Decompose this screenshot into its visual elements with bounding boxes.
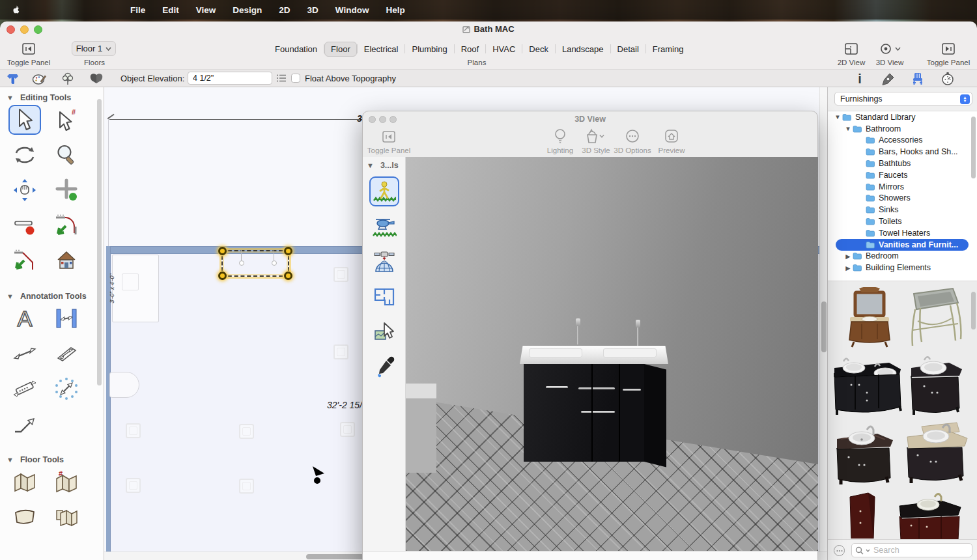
rotate-tool[interactable] — [8, 140, 41, 170]
house-wizard-tool[interactable] — [50, 245, 83, 275]
thumbnail-metal-washstand[interactable] — [905, 285, 967, 350]
menu-file[interactable]: File — [122, 5, 154, 15]
floor-selector[interactable]: Floor 1 — [72, 41, 116, 56]
tree-item-standard-library[interactable]: ▼Standard Library — [828, 111, 977, 123]
menu-design[interactable]: Design — [224, 5, 270, 15]
chamfer-lines-tool[interactable] — [8, 245, 41, 275]
selection-handle-sw[interactable] — [218, 272, 227, 280]
tree-item-accessories[interactable]: Accessories — [828, 135, 977, 147]
tab-floor[interactable]: Floor — [324, 42, 357, 57]
tab-landscape[interactable]: Landscape — [556, 42, 610, 57]
thumbnail-black-single-vanity[interactable] — [905, 352, 967, 419]
tab-framing[interactable]: Framing — [646, 42, 690, 57]
section-editing-tools[interactable]: ▼Editing Tools — [0, 87, 104, 105]
3d-view-window[interactable]: 3D View Toggle Panel Lighting 3D Style — [362, 111, 818, 560]
delete-object-tool[interactable] — [8, 210, 41, 240]
floor-up-down-tool[interactable] — [50, 502, 83, 532]
select-next-object-tool[interactable]: # — [50, 105, 83, 135]
tree-item-vanities-selected[interactable]: Vanities and Furnit... — [836, 239, 969, 251]
design-tools-icon[interactable] — [31, 71, 47, 87]
selection-handle-ne[interactable] — [284, 247, 292, 255]
menu-edit[interactable]: Edit — [154, 5, 188, 15]
selection-handle-nw[interactable] — [218, 247, 227, 255]
2d-view-button[interactable] — [841, 41, 862, 57]
fillet-lines-tool[interactable] — [50, 210, 83, 240]
object-elevation-input[interactable] — [188, 72, 272, 85]
leader-line-tool[interactable] — [8, 409, 41, 439]
tree-item-towel-heaters[interactable]: Towel Heaters — [828, 227, 977, 239]
reference-floor-tool[interactable] — [8, 502, 41, 532]
plan-view-tool[interactable] — [369, 282, 399, 312]
lighting-button[interactable] — [552, 128, 569, 145]
select-objects-tool[interactable] — [8, 105, 41, 135]
3d-window-titlebar[interactable]: 3D View — [363, 111, 817, 126]
menu-window[interactable]: Window — [327, 5, 378, 15]
tree-item-bars-hooks[interactable]: Bars, Hooks and Sh... — [828, 146, 977, 158]
palette-scrollbar[interactable] — [97, 99, 102, 385]
tree-item-faucets[interactable]: Faucets — [828, 169, 977, 181]
end-to-end-dimension-tool[interactable] — [50, 339, 83, 369]
add-object-tool[interactable] — [50, 175, 83, 205]
walkthrough-tool[interactable] — [369, 176, 399, 206]
3d-tools-header[interactable]: ▼3...ls — [363, 157, 405, 173]
build-new-floor-tool[interactable] — [8, 467, 41, 497]
move-point-dimension-tool[interactable] — [50, 374, 83, 404]
manual-dimension-tool[interactable] — [8, 339, 41, 369]
tab-deck[interactable]: Deck — [522, 42, 555, 57]
3d-options-button[interactable] — [623, 128, 642, 145]
thumbnail-dark-marble-vanity[interactable] — [833, 422, 898, 488]
selection-handle-se[interactable] — [284, 272, 292, 280]
tree-item-bathroom[interactable]: ▼Bathroom — [828, 123, 977, 135]
flyover-tool[interactable] — [369, 212, 399, 242]
tub-outline[interactable] — [109, 372, 139, 398]
pan-window-tool[interactable] — [8, 175, 41, 205]
menu-help[interactable]: Help — [377, 5, 413, 15]
section-floor-tools[interactable]: ▼Floor Tools — [0, 449, 104, 467]
apple-menu-icon[interactable] — [10, 5, 21, 15]
pick-view-tool[interactable] — [369, 317, 399, 347]
furnishings-chair-icon[interactable] — [911, 72, 925, 86]
thumbnail-beige-top-vanity[interactable] — [902, 420, 970, 488]
tab-roof[interactable]: Roof — [455, 42, 485, 57]
closet-outline[interactable]: 3'-0" x 4'-0" — [112, 255, 159, 322]
3d-style-button[interactable] — [583, 128, 606, 145]
tree-item-mirrors[interactable]: Mirrors — [828, 181, 977, 193]
toggle-panel-right-button[interactable] — [938, 41, 959, 57]
tree-item-bedroom[interactable]: ▶Bedroom — [828, 251, 977, 262]
3d-toggle-panel-button[interactable] — [378, 129, 399, 145]
3d-viewport[interactable] — [406, 157, 818, 551]
landscape-tools-icon[interactable] — [60, 71, 76, 87]
tab-plumbing[interactable]: Plumbing — [405, 42, 453, 57]
thumbnail-red-vanity-black-top[interactable] — [894, 489, 966, 539]
tab-hvac[interactable]: HVAC — [486, 42, 522, 57]
thumbnail-antique-vanity-mirror[interactable] — [840, 287, 899, 349]
more-options-icon[interactable] — [834, 545, 845, 556]
stopwatch-icon[interactable] — [941, 72, 955, 86]
interior-dimension-tool[interactable] — [50, 303, 83, 333]
selected-vanity[interactable] — [221, 250, 289, 277]
search-input[interactable] — [872, 545, 957, 555]
menu-3d[interactable]: 3D — [299, 5, 327, 15]
thumbnails-scrollbar-thumb[interactable] — [971, 292, 976, 329]
tab-electrical[interactable]: Electrical — [358, 42, 405, 57]
menu-view[interactable]: View — [188, 5, 225, 15]
tree-scrollbar-thumb[interactable] — [971, 117, 976, 178]
float-above-topography-checkbox[interactable] — [291, 74, 300, 83]
preview-button[interactable] — [662, 128, 681, 145]
tab-foundation[interactable]: Foundation — [268, 42, 324, 57]
eyedropper-tool[interactable] — [369, 352, 399, 382]
info-icon[interactable]: i — [855, 72, 865, 86]
toggle-panel-left-button[interactable] — [18, 41, 39, 57]
point-to-point-dimension-tool[interactable] — [8, 374, 41, 404]
3d-view-button[interactable] — [875, 41, 904, 57]
tree-item-building-elements[interactable]: ▶Building Elements — [828, 262, 977, 273]
library-book-icon[interactable] — [89, 71, 104, 87]
tree-item-bathtubs[interactable]: Bathtubs — [828, 158, 977, 169]
elevation-list-icon[interactable] — [276, 74, 287, 83]
thumbnail-black-double-vanity[interactable] — [832, 354, 905, 419]
tree-item-showers[interactable]: Showers — [828, 193, 977, 204]
tree-item-sinks[interactable]: Sinks — [828, 204, 977, 216]
section-annotation-tools[interactable]: ▼Annotation Tools — [0, 286, 104, 303]
pen-icon[interactable] — [881, 72, 895, 85]
zoom-tool[interactable] — [50, 140, 83, 170]
